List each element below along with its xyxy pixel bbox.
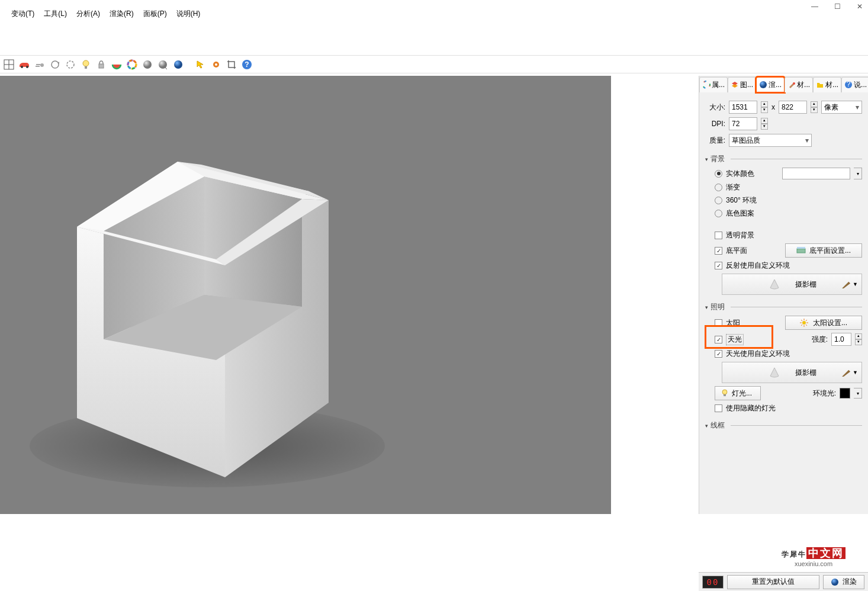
radio-label: 360° 环境 xyxy=(726,195,757,205)
tab-label: 说... xyxy=(854,80,867,90)
button-label: 渲染 xyxy=(843,577,857,587)
quality-select[interactable]: 草图品质 xyxy=(729,134,812,147)
watermark: 学犀牛中文网 xuexiniu.com xyxy=(782,545,846,567)
maximize-button[interactable]: ☐ xyxy=(832,2,842,11)
radio-icon xyxy=(715,184,722,191)
menu-panels[interactable]: 面板(P) xyxy=(139,7,171,21)
hidden-lights-check[interactable]: 使用隐藏的灯光 xyxy=(715,403,862,413)
svg-line-62 xyxy=(801,325,802,326)
env-dropdown[interactable]: ▼ xyxy=(842,280,858,288)
env-dropdown[interactable]: ▼ xyxy=(842,368,858,377)
button-label: 重置为默认值 xyxy=(752,577,795,587)
svg-rect-10 xyxy=(99,64,104,68)
sphere-blue-icon[interactable] xyxy=(171,57,185,72)
bulb-icon[interactable] xyxy=(79,57,93,72)
lock-icon[interactable] xyxy=(94,57,108,72)
close-button[interactable]: ✕ xyxy=(855,2,864,11)
groundplane-settings-button[interactable]: 底平面设置... xyxy=(785,243,862,258)
dpi-spinner[interactable]: ▴▾ xyxy=(761,118,768,130)
sun-settings-button[interactable]: 太阳设置... xyxy=(785,316,862,330)
button-label: 灯光... xyxy=(732,388,752,399)
tab-help[interactable]: ?说... xyxy=(841,77,868,92)
tab-library[interactable]: 材... xyxy=(813,77,841,92)
size-row: 大小: ▴▾ x ▴▾ 像素 xyxy=(705,101,862,114)
bg-gradient-radio[interactable]: 渐变 xyxy=(715,182,862,192)
svg-point-49 xyxy=(760,81,767,88)
bg-solid-radio[interactable]: 实体颜色 ▾ xyxy=(715,168,862,179)
check-label: 反射使用自定义环境 xyxy=(726,261,790,271)
skylight-check[interactable] xyxy=(715,336,722,343)
circle-arrow-icon[interactable] xyxy=(48,57,62,72)
check-label: 天光 xyxy=(726,334,744,345)
gear-orange-icon[interactable] xyxy=(209,57,223,72)
checkbox-icon xyxy=(715,350,722,358)
tab-layers[interactable]: 图... xyxy=(728,77,756,92)
dpi-input[interactable] xyxy=(729,117,757,130)
help-icon[interactable]: ? xyxy=(240,57,254,72)
render-button[interactable]: 渲染 xyxy=(823,575,864,589)
tab-label: 渲... xyxy=(769,80,782,90)
skylight-custom-check[interactable]: 天光使用自定义环境 xyxy=(715,349,862,359)
sphere-gray-icon[interactable] xyxy=(140,57,155,72)
transparent-bg-check[interactable]: 透明背景 xyxy=(715,230,862,240)
intensity-input[interactable] xyxy=(831,333,851,346)
check-label: 底平面 xyxy=(726,246,747,256)
check-label: 天光使用自定义环境 xyxy=(726,349,790,359)
watermark-main: 学犀牛 xyxy=(782,550,806,558)
dpi-row: DPI: ▴▾ xyxy=(705,117,862,130)
tab-label: 图... xyxy=(740,80,753,90)
menu-transform[interactable]: 变动(T) xyxy=(7,7,38,21)
reset-defaults-button[interactable]: 重置为默认值 xyxy=(727,575,819,589)
menu-analyze[interactable]: 分析(A) xyxy=(72,7,104,21)
circle-dash-icon[interactable] xyxy=(63,57,78,72)
watermelon-icon[interactable] xyxy=(110,57,124,72)
menu-render[interactable]: 渲染(R) xyxy=(105,7,138,21)
viewport[interactable] xyxy=(0,76,611,514)
ground-icon xyxy=(796,246,806,255)
grid-icon[interactable] xyxy=(2,57,16,72)
minimize-button[interactable]: — xyxy=(810,2,819,11)
window-controls: — ☐ ✕ xyxy=(810,2,864,11)
section-title: 背景 xyxy=(711,154,725,164)
sun-row: 太阳 太阳设置... xyxy=(715,316,862,330)
intensity-spinner[interactable]: ▴▾ xyxy=(855,333,862,345)
width-spinner[interactable]: ▴▾ xyxy=(761,101,768,113)
radio-label: 渐变 xyxy=(726,182,740,192)
motion-icon[interactable] xyxy=(33,57,47,72)
unit-select[interactable]: 像素 xyxy=(821,101,862,114)
reflect-custom-check[interactable]: 反射使用自定义环境 xyxy=(715,261,862,271)
tab-materials[interactable]: 材... xyxy=(785,77,813,92)
panel-tabs: 属... 图... 渲... 材... 材... ?说... ⚙ xyxy=(699,76,868,92)
height-spinner[interactable]: ▴▾ xyxy=(811,101,818,113)
height-input[interactable] xyxy=(779,101,807,114)
crop-icon[interactable] xyxy=(224,57,239,72)
width-input[interactable] xyxy=(729,101,757,114)
skylight-env-box[interactable]: 摄影棚 ▼ xyxy=(722,362,862,383)
sun-check[interactable] xyxy=(715,319,722,327)
tab-render[interactable]: 渲... xyxy=(756,77,785,92)
env-label: 摄影棚 xyxy=(795,368,816,378)
background-header[interactable]: 背景 xyxy=(705,154,862,164)
menu-help[interactable]: 说明(H) xyxy=(172,7,205,21)
render-bottom-bar: 00 重置为默认值 渲染 xyxy=(699,572,868,591)
bg-wallpaper-radio[interactable]: 底色图案 xyxy=(715,208,862,219)
swatch-dropdown[interactable]: ▾ xyxy=(854,168,862,179)
tab-properties[interactable]: 属... xyxy=(699,77,728,92)
bg-color-swatch[interactable] xyxy=(782,168,850,179)
unit-value: 像素 xyxy=(824,102,838,113)
lights-button[interactable]: 灯光... xyxy=(715,386,761,400)
color-wheel-icon[interactable] xyxy=(125,57,139,72)
reflection-env-box[interactable]: 摄影棚 ▼ xyxy=(722,274,862,295)
folder-icon xyxy=(816,81,824,89)
ambient-swatch[interactable] xyxy=(840,388,850,399)
cursor-star-icon[interactable] xyxy=(194,57,208,72)
sphere-gray2-icon[interactable] xyxy=(156,57,170,72)
lighting-header[interactable]: 照明 xyxy=(705,302,862,312)
ambient-dropdown[interactable]: ▾ xyxy=(854,388,862,399)
car-icon[interactable] xyxy=(17,57,31,72)
svg-point-66 xyxy=(831,579,838,586)
bg-360-radio[interactable]: 360° 环境 xyxy=(715,195,862,205)
wireframe-header[interactable]: 线框 xyxy=(705,420,862,431)
menu-tools[interactable]: 工具(L) xyxy=(40,7,71,21)
groundplane-check[interactable] xyxy=(715,247,722,255)
